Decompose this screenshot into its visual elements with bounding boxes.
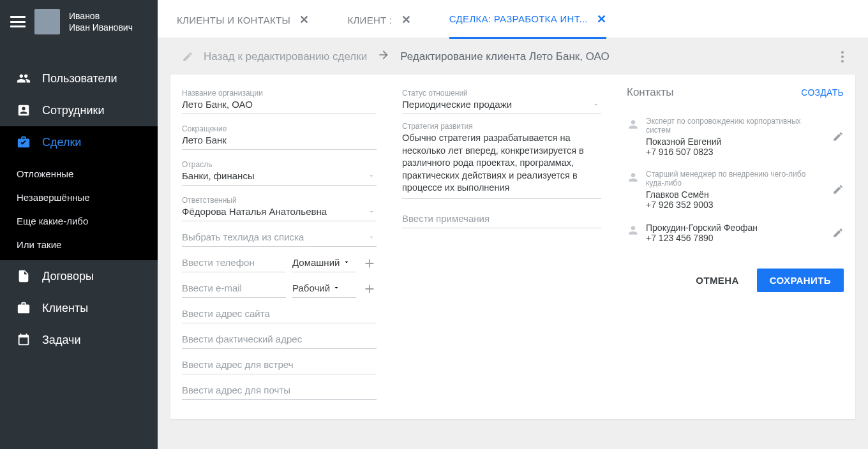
field-address-actual[interactable]: Ввести фактический адрес: [182, 331, 377, 349]
briefcase-check-icon: [17, 135, 31, 149]
sub-item-unfinished[interactable]: Незавершённые: [0, 186, 158, 209]
chevron-down-icon: [368, 172, 375, 180]
form-card: Название организации Лето Банк, ОАО Сокр…: [170, 75, 855, 419]
sidebar: Иванов Иван Иванович Пользователи Сотруд…: [0, 0, 158, 449]
field-industry[interactable]: Отрасль Банки, финансы: [182, 158, 377, 186]
person-icon: [627, 171, 640, 184]
tab-deal[interactable]: СДЕЛКА: РАЗРАБОТКА ИНТ... ✕: [449, 0, 606, 39]
close-icon[interactable]: ✕: [597, 12, 606, 26]
nav-label: Сотрудники: [42, 104, 105, 117]
chevron-down-icon: [592, 101, 600, 108]
contact-item: Старший менеджер по внедрению чего-либо …: [627, 163, 844, 216]
people-icon: [17, 71, 31, 85]
nav-label: Сделки: [42, 136, 81, 149]
field-site[interactable]: Ввести адрес сайта: [182, 305, 377, 323]
form-column-left: Название организации Лето Банк, ОАО Сокр…: [182, 86, 377, 408]
close-icon[interactable]: ✕: [299, 13, 309, 27]
tab-label: КЛИЕНТ :: [347, 15, 392, 26]
nav: Пользователи Сотрудники Сделки Отложенны…: [0, 63, 158, 356]
field-status[interactable]: Статус отношений Периодические продажи: [402, 86, 601, 114]
file-icon: [17, 269, 31, 283]
field-phone[interactable]: Ввести телефон: [182, 254, 286, 272]
chevron-down-icon: [333, 284, 340, 291]
breadcrumb-back[interactable]: Назад к редактированию сделки: [204, 50, 367, 63]
field-org-name[interactable]: Название организации Лето Банк, ОАО: [182, 86, 377, 114]
menu-icon[interactable]: [10, 16, 26, 27]
tab-client[interactable]: КЛИЕНТ : ✕: [347, 0, 410, 38]
nav-employees[interactable]: Сотрудники: [0, 94, 158, 126]
form-column-mid: Статус отношений Периодические продажи С…: [402, 86, 601, 408]
tabs: КЛИЕНТЫ И КОНТАКТЫ ✕ КЛИЕНТ : ✕ СДЕЛКА: …: [158, 0, 868, 38]
field-techlead[interactable]: Выбрать техлида из списка: [182, 229, 377, 247]
nav-users[interactable]: Пользователи: [0, 63, 158, 94]
contacts-column: Контакты СОЗДАТЬ Эксперт по сопровождени…: [627, 86, 844, 408]
field-notes[interactable]: Ввести примечания: [402, 210, 601, 228]
pencil-icon[interactable]: [832, 227, 844, 239]
close-icon[interactable]: ✕: [401, 13, 411, 27]
field-responsible[interactable]: Ответственный Фёдорова Наталья Анатольев…: [182, 193, 377, 221]
contacts-header: Контакты СОЗДАТЬ: [627, 86, 844, 99]
nav-label: Задачи: [42, 334, 80, 347]
person-icon: [17, 103, 31, 117]
add-phone-button[interactable]: [363, 256, 377, 270]
contact-item: Эксперт по сопровождению корпоративных с…: [627, 110, 844, 163]
contacts-title: Контакты: [627, 86, 673, 99]
calendar-icon: [17, 333, 31, 347]
avatar[interactable]: [34, 9, 60, 34]
field-short-name[interactable]: Сокращение Лето Банк: [182, 122, 377, 150]
breadcrumb: Назад к редактированию сделки Редактиров…: [170, 48, 855, 75]
person-icon: [627, 224, 640, 237]
nav-clients[interactable]: Клиенты: [0, 292, 158, 324]
sub-item-postponed[interactable]: Отложенные: [0, 162, 158, 186]
tab-label: СДЕЛКА: РАЗРАБОТКА ИНТ...: [449, 13, 588, 24]
nav-tasks[interactable]: Задачи: [0, 324, 158, 356]
nav-label: Договоры: [42, 270, 94, 283]
field-address-meeting[interactable]: Ввести адрес для встреч: [182, 357, 377, 374]
person-icon: [627, 118, 640, 131]
form-actions: ОТМЕНА СОХРАНИТЬ: [627, 269, 844, 292]
sub-item-other1[interactable]: Еще какие-либо: [0, 209, 158, 233]
nav-deals-subitems: Отложенные Незавершённые Еще какие-либо …: [0, 158, 158, 260]
select-phone-type[interactable]: Домашний: [292, 254, 356, 272]
chevron-down-icon: [368, 233, 375, 241]
pencil-icon[interactable]: [832, 184, 844, 195]
tab-clients-contacts[interactable]: КЛИЕНТЫ И КОНТАКТЫ ✕: [177, 0, 309, 38]
pencil-icon[interactable]: [832, 131, 844, 142]
field-strategy[interactable]: Стратегия развития Обычно стратегия разр…: [402, 122, 601, 199]
select-email-type[interactable]: Рабочий: [292, 280, 356, 298]
content: Назад к редактированию сделки Редактиров…: [158, 38, 868, 449]
field-address-mail[interactable]: Ввести адрес для почты: [182, 382, 377, 400]
nav-label: Клиенты: [42, 302, 88, 315]
kebab-menu-icon[interactable]: [841, 51, 844, 63]
nav-label: Пользователи: [42, 72, 117, 85]
field-email[interactable]: Ввести e-mail: [182, 280, 286, 298]
user-name: Иванов Иван Иванович: [69, 10, 133, 33]
briefcase-icon: [17, 301, 31, 315]
pencil-icon: [182, 51, 193, 63]
arrow-right-icon: [377, 48, 390, 64]
sidebar-header: Иванов Иван Иванович: [0, 0, 158, 43]
nav-contracts[interactable]: Договоры: [0, 260, 158, 292]
save-button[interactable]: СОХРАНИТЬ: [757, 269, 844, 292]
tab-label: КЛИЕНТЫ И КОНТАКТЫ: [177, 15, 290, 26]
create-contact-link[interactable]: СОЗДАТЬ: [801, 87, 844, 98]
nav-deals[interactable]: Сделки: [0, 126, 158, 158]
chevron-down-icon: [368, 208, 375, 216]
chevron-down-icon: [343, 258, 350, 266]
contact-item: Прокудин-Горский Феофан +7 123 456 7890: [627, 216, 844, 249]
cancel-button[interactable]: ОТМЕНА: [696, 275, 738, 286]
main: КЛИЕНТЫ И КОНТАКТЫ ✕ КЛИЕНТ : ✕ СДЕЛКА: …: [158, 0, 868, 449]
add-email-button[interactable]: [363, 282, 377, 296]
breadcrumb-current: Редактирование клиента Лето Банк, ОАО: [400, 50, 610, 63]
sub-item-other2[interactable]: Или такие: [0, 233, 158, 256]
